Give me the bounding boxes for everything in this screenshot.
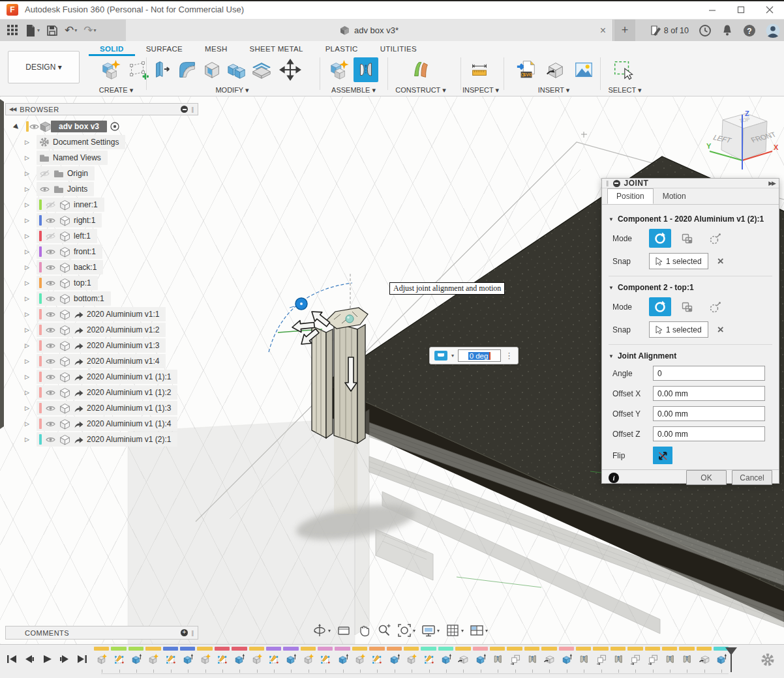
eye-icon[interactable] [45, 404, 56, 413]
timeline-item-joint[interactable] [575, 647, 592, 673]
timeline-item-copy[interactable] [592, 647, 609, 673]
timeline-item-copy[interactable] [506, 647, 523, 673]
timeline-item-component[interactable] [196, 647, 213, 673]
timeline-item-copy[interactable] [627, 647, 644, 673]
timeline-item-extrude[interactable] [128, 647, 145, 673]
viewports-icon[interactable]: ▾ [470, 624, 488, 637]
insert-derive-button[interactable] [543, 57, 567, 82]
eye-icon[interactable] [45, 389, 56, 397]
tree-item-inner-1[interactable]: ▷inner:1 [5, 197, 198, 213]
timeline-item-sketch[interactable] [265, 647, 282, 673]
new-component-button[interactable] [98, 57, 123, 82]
eye-off-icon[interactable] [45, 201, 56, 209]
joint-alignment-section-header[interactable]: ▼Joint Alignment [609, 351, 772, 361]
document-close-icon[interactable]: × [600, 25, 606, 36]
insert-canvas-button[interactable] [571, 57, 596, 82]
timeline-item-component[interactable] [403, 647, 420, 673]
combine-button[interactable] [224, 57, 249, 82]
eye-icon[interactable] [45, 310, 56, 319]
timeline-settings-gear-icon[interactable] [761, 653, 775, 670]
group-label-assemble[interactable]: ASSEMBLE ▾ [324, 86, 383, 95]
grid-icon[interactable]: ▾ [445, 623, 464, 638]
expand-icon[interactable]: ▷ [25, 374, 37, 380]
tab-solid[interactable]: SOLID [89, 41, 135, 56]
timeline-item-sketch[interactable] [369, 647, 385, 673]
expand-icon[interactable]: ▷ [25, 295, 37, 302]
minimize-button[interactable] [698, 0, 727, 19]
info-icon[interactable]: i [609, 473, 619, 483]
timeline-item-joint[interactable] [610, 647, 627, 673]
timeline-item-extrude[interactable] [558, 647, 575, 673]
eye-icon[interactable] [29, 123, 40, 131]
eye-icon[interactable] [45, 373, 56, 381]
orbit-icon[interactable]: ▾ [312, 623, 331, 638]
expand-icon[interactable]: ▷ [25, 248, 37, 255]
mode-simple-icon[interactable] [649, 229, 671, 248]
comments-grip[interactable]: ∥ [191, 630, 194, 636]
offset-y-field[interactable] [653, 406, 765, 421]
tree-item-2020-aluminium-v1-1[interactable]: ▷2020 Aluminium v1:1 [5, 306, 198, 322]
dialog-grip[interactable]: ∥ [606, 180, 609, 186]
playback-step-back-button[interactable] [23, 653, 36, 666]
insert-svg-button[interactable]: SVG [514, 57, 539, 82]
angle-input[interactable]: 0 deg [458, 349, 501, 362]
expand-icon[interactable]: ▷ [25, 358, 37, 364]
joint-type-dropdown-icon[interactable]: ▾ [451, 353, 454, 359]
offset-z-field[interactable] [653, 426, 765, 441]
tab-plastic[interactable]: PLASTIC [314, 41, 369, 56]
look-at-icon[interactable] [337, 624, 351, 637]
help-icon[interactable]: ? [743, 24, 756, 37]
expand-icon[interactable]: ▷ [25, 264, 37, 271]
timeline-item-component[interactable] [93, 647, 110, 673]
timeline-item-sketch[interactable] [317, 647, 334, 673]
tree-item-document-settings[interactable]: ▷Document Settings [5, 134, 198, 150]
timeline-item-joint[interactable] [678, 647, 695, 673]
expand-icon[interactable]: ▷ [25, 389, 37, 396]
redo-button[interactable]: ↷▾ [82, 22, 98, 40]
eye-icon[interactable] [45, 435, 56, 444]
tree-item-right-1[interactable]: ▷right:1 [5, 213, 198, 228]
joint-origin-snap-point[interactable] [346, 315, 354, 323]
group-label-insert[interactable]: INSERT ▾ [524, 86, 583, 95]
app-grid-icon[interactable] [5, 22, 20, 40]
avatar[interactable] [766, 23, 780, 38]
split-body-button[interactable] [249, 57, 274, 82]
dialog-expand-icon[interactable]: ▶▶ [768, 180, 775, 186]
design-workspace-dropdown[interactable]: DESIGN ▾ [8, 51, 80, 83]
group-label-create[interactable]: CREATE ▾ [87, 86, 145, 95]
eye-icon[interactable] [45, 357, 56, 366]
fit-icon[interactable]: ▾ [397, 623, 415, 638]
pan-icon[interactable] [357, 623, 371, 638]
undo-button[interactable]: ↶▾ [63, 22, 79, 40]
comments-bar[interactable]: COMMENTS ∥ [5, 626, 198, 640]
tree-item-2020-aluminium-v1-4[interactable]: ▷2020 Aluminium v1:4 [5, 353, 198, 369]
component1-snap-selection[interactable]: 1 selected [649, 253, 708, 269]
mode-between-faces-icon[interactable] [676, 297, 699, 316]
expand-icon[interactable]: ▶ [14, 123, 26, 130]
shell-button[interactable] [200, 57, 224, 82]
display-settings-icon[interactable]: ▾ [421, 624, 440, 637]
offset-x-field[interactable] [653, 386, 765, 401]
browser-header[interactable]: ◀◀ BROWSER ∥ [5, 103, 198, 115]
dropdown-caret-icon[interactable]: ▾ [328, 628, 331, 634]
group-label-select[interactable]: SELECT ▾ [596, 86, 654, 95]
component2-snap-selection[interactable]: 1 selected [649, 321, 708, 338]
tree-item-origin[interactable]: ▷Origin [5, 166, 198, 181]
eye-off-icon[interactable] [39, 170, 50, 178]
expand-icon[interactable]: ▷ [25, 327, 37, 333]
timeline-item-sketch[interactable] [420, 647, 437, 673]
expand-icon[interactable]: ▷ [25, 201, 37, 208]
timeline-item-insert[interactable] [696, 647, 713, 673]
timeline-item-joint[interactable] [661, 647, 678, 673]
rotation-handle[interactable] [290, 298, 307, 310]
move-copy-button[interactable] [278, 57, 303, 82]
component1-section-header[interactable]: ▼Component 1 - 2020 Aluminium v1 (2):1 [609, 214, 772, 224]
playback-play-button[interactable] [40, 653, 53, 666]
edits-counter[interactable]: 8 of 10 [650, 25, 689, 36]
expand-icon[interactable]: ▷ [25, 405, 37, 411]
group-label-inspect[interactable]: INSPECT ▾ [451, 86, 510, 95]
timeline-item-component[interactable] [352, 647, 369, 673]
tree-item-bottom-1[interactable]: ▷bottom:1 [5, 291, 198, 306]
expand-icon[interactable]: ▷ [25, 170, 37, 177]
dialog-minimize-icon[interactable] [613, 180, 620, 187]
